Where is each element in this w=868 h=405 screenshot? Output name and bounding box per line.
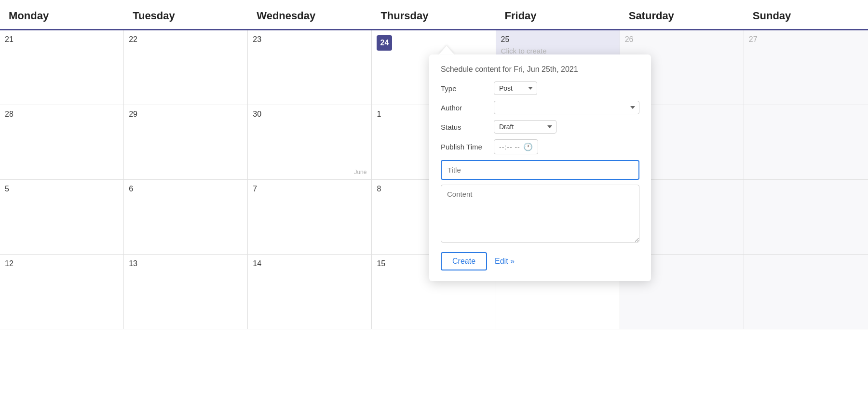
type-select[interactable]: Post Page Event [494, 81, 537, 95]
date-number: 14 [253, 259, 366, 268]
day-header-wednesday: Wednesday [248, 0, 372, 29]
popup-arrow [439, 46, 454, 54]
cell-5[interactable]: 5 [0, 180, 124, 255]
date-number-today: 24 [377, 35, 392, 51]
date-number: 26 [625, 35, 739, 44]
author-row: Author [441, 101, 639, 114]
month-label-june: June [354, 169, 366, 176]
cell-30[interactable]: 30 June [248, 105, 372, 180]
date-number: 27 [749, 35, 863, 44]
status-label: Status [441, 123, 494, 131]
cell-29[interactable]: 29 [124, 105, 248, 180]
date-number: 29 [129, 110, 243, 119]
author-select[interactable] [494, 101, 639, 114]
date-number: 30 [253, 110, 366, 119]
popup-body: Schedule content for Fri, Jun 25th, 2021… [429, 54, 651, 281]
publish-time-label: Publish Time [441, 143, 494, 151]
popup-title: Schedule content for Fri, Jun 25th, 2021 [441, 65, 639, 74]
schedule-popup: Schedule content for Fri, Jun 25th, 2021… [429, 46, 651, 281]
type-row: Type Post Page Event [441, 81, 639, 95]
cell-sun-w4[interactable] [744, 255, 868, 329]
cell-sun-w3[interactable] [744, 180, 868, 255]
status-row: Status Draft Published Pending [441, 120, 639, 134]
date-number: 22 [129, 35, 243, 44]
cell-13[interactable]: 13 [124, 255, 248, 329]
cell-7[interactable]: 7 [248, 180, 372, 255]
edit-link[interactable]: Edit » [495, 257, 515, 266]
author-label: Author [441, 104, 494, 112]
popup-actions: Create Edit » [441, 252, 639, 270]
day-header-tuesday: Tuesday [124, 0, 248, 29]
calendar-header: Monday Tuesday Wednesday Thursday Friday… [0, 0, 868, 30]
date-number: 6 [129, 185, 243, 193]
clock-icon: 🕐 [523, 142, 533, 151]
cell-28[interactable]: 28 [0, 105, 124, 180]
publish-time-input[interactable]: --:-- -- 🕐 [494, 139, 538, 154]
cell-27[interactable]: 27 [744, 30, 868, 105]
date-number: 13 [129, 259, 243, 268]
publish-time-row: Publish Time --:-- -- 🕐 [441, 139, 639, 154]
cell-14[interactable]: 14 [248, 255, 372, 329]
date-number: 21 [5, 35, 119, 44]
create-button[interactable]: Create [441, 252, 487, 270]
status-select[interactable]: Draft Published Pending [494, 120, 556, 134]
cell-21[interactable]: 21 [0, 30, 124, 105]
cell-6[interactable]: 6 [124, 180, 248, 255]
content-textarea[interactable] [441, 185, 639, 243]
cell-sun-w2[interactable] [744, 105, 868, 180]
type-label: Type [441, 84, 494, 93]
day-header-monday: Monday [0, 0, 124, 29]
date-number: 12 [5, 259, 119, 268]
day-header-thursday: Thursday [372, 0, 496, 29]
cell-12[interactable]: 12 [0, 255, 124, 329]
day-header-sunday: Sunday [744, 0, 868, 29]
date-number: 5 [5, 185, 119, 193]
day-header-saturday: Saturday [620, 0, 744, 29]
date-number: 28 [5, 110, 119, 119]
cell-22[interactable]: 22 [124, 30, 248, 105]
calendar-container: Monday Tuesday Wednesday Thursday Friday… [0, 0, 868, 405]
cell-23[interactable]: 23 [248, 30, 372, 105]
time-placeholder: --:-- -- [499, 143, 520, 151]
date-number: 7 [253, 185, 366, 193]
title-input[interactable] [441, 160, 639, 180]
date-number: 23 [253, 35, 366, 44]
date-number: 25 [501, 35, 615, 44]
day-header-friday: Friday [496, 0, 620, 29]
